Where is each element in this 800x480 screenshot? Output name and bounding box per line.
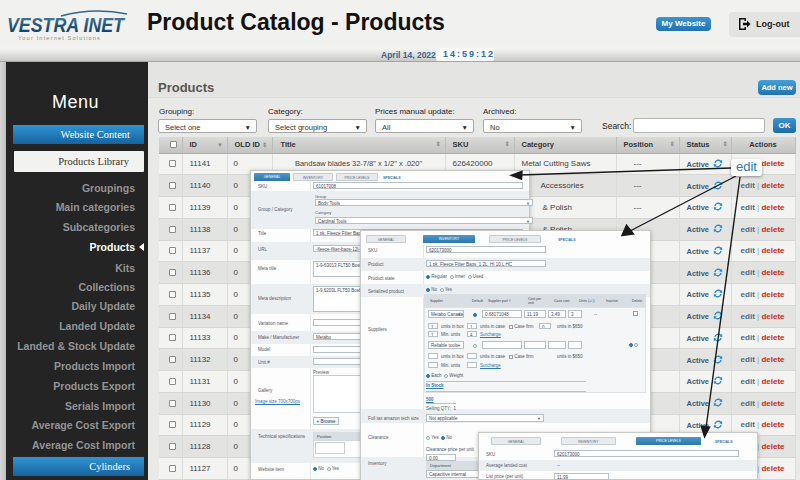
svg-text:Your Internet Solutions: Your Internet Solutions xyxy=(18,35,101,41)
svg-text:VESTRA INET: VESTRA INET xyxy=(7,13,126,36)
